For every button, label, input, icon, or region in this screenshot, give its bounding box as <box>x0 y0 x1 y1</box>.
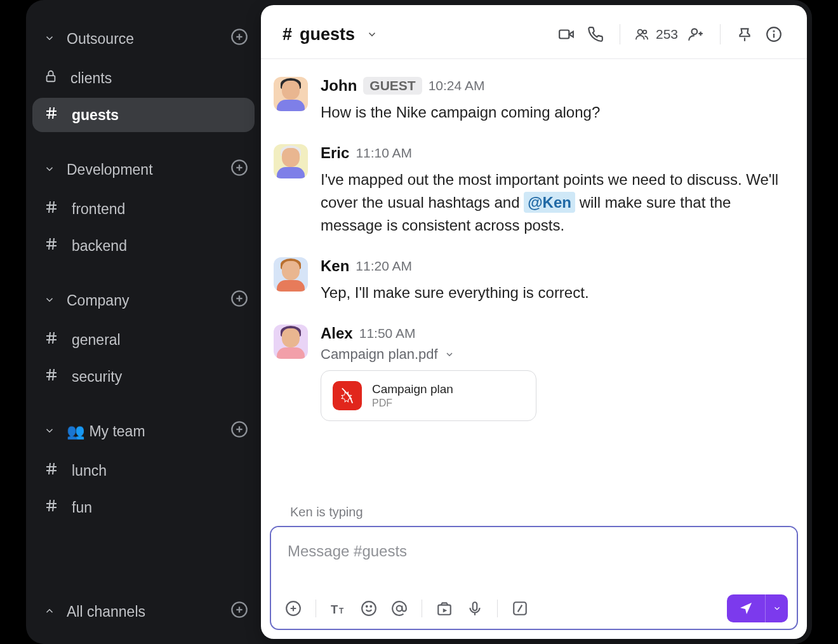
plus-circle-icon[interactable] <box>230 159 248 180</box>
message-time: 10:24 AM <box>429 78 485 93</box>
svg-point-46 <box>638 30 642 34</box>
svg-rect-65 <box>473 602 477 610</box>
channel-clients[interactable]: clients <box>32 61 255 95</box>
svg-line-29 <box>53 369 54 380</box>
channel-label: general <box>72 332 121 349</box>
channel-label: security <box>72 368 122 386</box>
hash-icon <box>44 367 59 386</box>
pin-icon[interactable] <box>733 23 756 46</box>
svg-line-14 <box>53 201 54 213</box>
hash-icon <box>44 105 59 124</box>
avatar[interactable] <box>274 144 308 178</box>
member-count-button[interactable]: 253 <box>633 27 678 42</box>
chevron-up-icon <box>44 603 55 621</box>
hash-icon <box>44 236 59 255</box>
svg-line-17 <box>49 238 50 250</box>
mention[interactable]: @Ken <box>524 192 575 213</box>
svg-point-61 <box>370 606 371 607</box>
info-icon[interactable] <box>762 23 785 46</box>
message-input[interactable] <box>271 527 797 588</box>
channel-backend[interactable]: backend <box>32 229 255 263</box>
channel-lunch[interactable]: lunch <box>32 453 255 488</box>
message-author[interactable]: Ken <box>321 257 349 275</box>
channel-title-dropdown[interactable]: # guests <box>283 25 378 44</box>
all-channels-button[interactable]: All channels <box>32 592 255 631</box>
video-call-icon[interactable] <box>555 23 578 46</box>
message-author[interactable]: Eric <box>321 144 349 162</box>
svg-line-13 <box>49 201 50 213</box>
channel-label: frontend <box>72 201 125 218</box>
svg-line-39 <box>49 500 50 511</box>
text-format-icon[interactable]: TT <box>325 595 352 622</box>
emoji-icon[interactable] <box>356 595 382 622</box>
attachment-label[interactable]: Campaign plan.pdf <box>321 346 785 363</box>
message-author[interactable]: John <box>321 77 357 95</box>
svg-rect-3 <box>47 76 55 81</box>
svg-rect-44 <box>559 30 569 39</box>
chevron-down-icon <box>44 30 55 48</box>
record-video-icon[interactable] <box>431 595 458 622</box>
plus-circle-icon[interactable] <box>230 290 248 311</box>
svg-line-40 <box>53 500 54 511</box>
section-header-development[interactable]: Development <box>32 150 255 189</box>
chevron-down-icon <box>44 423 55 440</box>
svg-marker-64 <box>443 608 448 613</box>
send-options-dropdown[interactable] <box>765 594 788 622</box>
section-header-outsource[interactable]: Outsource <box>32 19 255 58</box>
channel-security[interactable]: security <box>32 359 255 394</box>
composer: TT <box>261 526 807 639</box>
attachment-card[interactable]: Campaign planPDF <box>321 370 536 421</box>
svg-line-36 <box>53 463 54 474</box>
divider <box>620 24 620 44</box>
message-author[interactable]: Alex <box>321 325 353 342</box>
phone-call-icon[interactable] <box>584 23 607 46</box>
slash-command-icon[interactable] <box>507 595 533 622</box>
svg-line-7 <box>53 107 54 119</box>
section-label: Company <box>67 292 129 309</box>
channel-fun[interactable]: fun <box>32 490 255 525</box>
message-row: Alex11:50 AMCampaign plan.pdfCampaign pl… <box>274 318 785 435</box>
app-window: Outsource clients guests Development fro… <box>26 0 812 644</box>
chevron-down-icon <box>44 292 55 309</box>
chat-panel: # guests 253 JohnGUEST10:24 AMHow is the… <box>261 5 807 639</box>
svg-text:T: T <box>339 607 344 615</box>
all-channels-label: All channels <box>67 603 145 621</box>
section-header-company[interactable]: Company <box>32 281 255 320</box>
avatar[interactable] <box>274 77 308 111</box>
svg-line-25 <box>53 332 54 344</box>
sidebar: Outsource clients guests Development fro… <box>26 0 261 644</box>
svg-point-62 <box>397 606 402 612</box>
mention-icon[interactable] <box>386 595 413 622</box>
add-member-icon[interactable] <box>684 23 707 46</box>
attach-add-icon[interactable] <box>280 595 307 622</box>
composer-toolbar: TT <box>271 591 797 629</box>
svg-point-60 <box>366 606 368 607</box>
plus-circle-icon[interactable] <box>230 601 248 622</box>
svg-line-24 <box>49 332 50 344</box>
channel-guests[interactable]: guests <box>32 98 255 132</box>
message-row: JohnGUEST10:24 AMHow is the Nike campaig… <box>274 70 785 138</box>
channel-frontend[interactable]: frontend <box>32 192 255 226</box>
svg-text:T: T <box>331 603 338 616</box>
message-time: 11:20 AM <box>356 258 412 274</box>
channel-label: clients <box>70 70 112 87</box>
send-button[interactable] <box>727 594 788 622</box>
svg-line-68 <box>518 605 522 612</box>
message-row: Eric11:10 AMI've mapped out the most imp… <box>274 138 785 251</box>
message-text: How is the Nike campaign coming along? <box>321 101 785 124</box>
message-list[interactable]: JohnGUEST10:24 AMHow is the Nike campaig… <box>261 59 807 504</box>
divider <box>316 600 316 617</box>
plus-circle-icon[interactable] <box>230 420 248 442</box>
plus-circle-icon[interactable] <box>230 28 248 50</box>
send-icon <box>727 594 765 622</box>
section-header-myteam[interactable]: 👥 My team <box>32 412 255 451</box>
record-audio-icon[interactable] <box>462 595 488 622</box>
section-label: Outsource <box>67 30 134 48</box>
svg-point-59 <box>362 601 376 615</box>
lock-icon <box>44 69 58 88</box>
avatar[interactable] <box>274 325 308 359</box>
chat-header: # guests 253 <box>261 5 807 59</box>
channel-general[interactable]: general <box>32 323 255 357</box>
avatar[interactable] <box>274 257 308 292</box>
member-count: 253 <box>656 27 678 42</box>
